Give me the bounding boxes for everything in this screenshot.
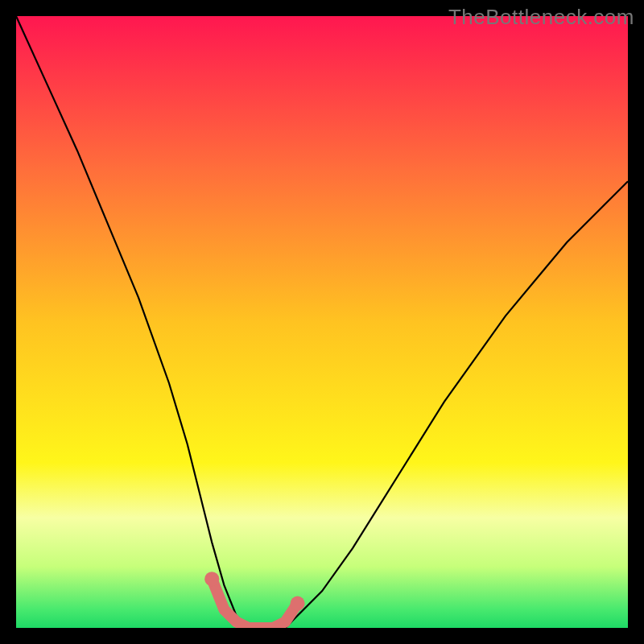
- optimal-band-endpoint: [204, 572, 219, 586]
- chart-svg: [16, 16, 628, 628]
- optimal-band-endpoint: [291, 597, 305, 611]
- gradient-background: [16, 16, 628, 628]
- plot-area: [16, 16, 628, 628]
- watermark-text: TheBottleneck.com: [448, 5, 634, 30]
- chart-frame: TheBottleneck.com: [0, 0, 644, 644]
